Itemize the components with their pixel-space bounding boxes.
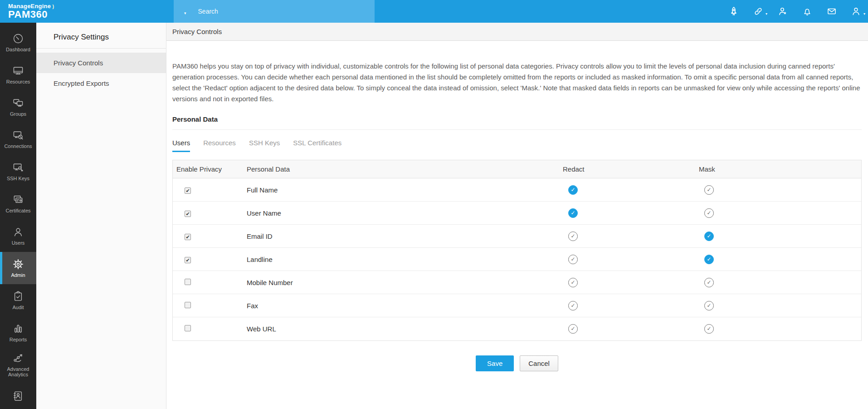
- tab-ssh-keys[interactable]: SSH Keys: [249, 139, 280, 152]
- bar-chart-icon: [12, 323, 24, 335]
- link-caret-icon: ▾: [766, 12, 767, 16]
- sidebar-item-groups[interactable]: Groups: [0, 91, 36, 123]
- panel-menu: Privacy Controls Encrypted Exports: [36, 53, 166, 94]
- panel-item-encrypted-exports[interactable]: Encrypted Exports: [36, 73, 166, 94]
- gauge-icon: [12, 33, 24, 44]
- main-content: Privacy Controls PAM360 helps you stay o…: [166, 23, 868, 409]
- tab-ssl-certificates[interactable]: SSL Certificates: [293, 139, 341, 152]
- mask-option[interactable]: ✓: [704, 324, 714, 334]
- table-row: ✔Email ID✓✓: [173, 225, 861, 248]
- sidebar-item-ssh-keys[interactable]: SSH Keys: [0, 155, 36, 187]
- table-row: Mobile Number✓✓: [173, 271, 861, 294]
- col-mask: Mask: [699, 165, 861, 173]
- link-icon[interactable]: ▾: [753, 6, 764, 17]
- table-row: Web URL✓✓: [173, 317, 861, 340]
- certificate-cards-icon: [12, 194, 24, 206]
- sidebar-item-certificates[interactable]: Certificates: [0, 187, 36, 220]
- redact-option[interactable]: ✓: [568, 255, 578, 264]
- sidebar-item-advanced-analytics[interactable]: Advanced Analytics: [0, 349, 36, 381]
- sidebar-item-address-book[interactable]: [0, 381, 36, 409]
- section-divider: [172, 129, 862, 130]
- col-redact: Redact: [563, 165, 699, 173]
- table-row: ✔Landline✓✓: [173, 248, 861, 271]
- personal-data-label: Email ID: [243, 232, 563, 240]
- top-bar: ManageEngine PAM360 ▾ Search ▾ ▾: [0, 0, 868, 23]
- personal-data-label: User Name: [243, 209, 563, 217]
- mask-option[interactable]: ✓: [704, 255, 714, 264]
- gear-icon: [12, 258, 24, 270]
- col-personal-data: Personal Data: [243, 165, 563, 173]
- enable-privacy-checkbox[interactable]: ✔: [185, 187, 191, 194]
- mask-option[interactable]: ✓: [704, 301, 714, 310]
- mask-option[interactable]: ✓: [704, 185, 714, 195]
- sidebar-item-reports[interactable]: Reports: [0, 316, 36, 349]
- enable-privacy-checkbox[interactable]: [185, 302, 191, 308]
- profile-icon[interactable]: ▾: [851, 6, 862, 17]
- personal-data-label: Fax: [243, 302, 563, 310]
- enable-privacy-checkbox[interactable]: [185, 325, 191, 331]
- monitors-group-icon: [12, 97, 24, 109]
- profile-caret-icon: ▾: [863, 12, 865, 16]
- save-button[interactable]: Save: [476, 355, 514, 371]
- rocket-icon[interactable]: [728, 6, 739, 17]
- monitor-key-icon: [12, 162, 24, 173]
- cancel-button[interactable]: Cancel: [520, 355, 558, 371]
- privacy-table: Enable Privacy Personal Data Redact Mask…: [172, 160, 862, 341]
- redact-option[interactable]: ✓: [568, 301, 578, 310]
- bell-icon[interactable]: [802, 6, 813, 17]
- sidebar-item-users[interactable]: Users: [0, 220, 36, 252]
- monitor-dish-icon: [12, 129, 24, 141]
- mail-icon[interactable]: [826, 6, 837, 17]
- table-row: ✔Full Name✓✓: [173, 178, 861, 202]
- sidebar-item-admin[interactable]: Admin: [0, 252, 36, 284]
- sidebar-item-resources[interactable]: Resources: [0, 59, 36, 91]
- monitor-icon: [12, 65, 24, 77]
- brand-product: PAM360: [8, 9, 174, 20]
- action-buttons: Save Cancel: [172, 355, 862, 371]
- personal-data-label: Web URL: [243, 325, 563, 333]
- clipboard-check-icon: [12, 291, 24, 302]
- panel-title: Privacy Settings: [36, 23, 166, 49]
- mask-option[interactable]: ✓: [704, 208, 714, 218]
- table-row: Fax✓✓: [173, 294, 861, 317]
- search-icon: ▾: [184, 7, 186, 15]
- section-title: Personal Data: [172, 115, 862, 123]
- enable-privacy-checkbox[interactable]: ✔: [185, 257, 191, 263]
- mask-option[interactable]: ✓: [704, 232, 714, 241]
- col-enable-privacy: Enable Privacy: [173, 165, 243, 173]
- settings-panel: Privacy Settings Privacy Controls Encryp…: [36, 23, 166, 409]
- person-icon: [12, 226, 24, 238]
- personal-data-label: Mobile Number: [243, 279, 563, 286]
- search-placeholder: Search: [198, 8, 218, 15]
- sidebar-item-connections[interactable]: Connections: [0, 123, 36, 155]
- tab-users[interactable]: Users: [172, 139, 190, 152]
- table-row: ✔User Name✓✓: [173, 202, 861, 225]
- redact-option[interactable]: ✓: [568, 232, 578, 241]
- category-tabs: Users Resources SSH Keys SSL Certificate…: [172, 139, 862, 152]
- personal-data-label: Full Name: [243, 186, 563, 194]
- redact-option[interactable]: ✓: [568, 185, 578, 195]
- sidebar-item-audit[interactable]: Audit: [0, 284, 36, 316]
- redact-option[interactable]: ✓: [568, 208, 578, 218]
- topbar-icons: ▾ ▾: [728, 0, 862, 23]
- personal-data-label: Landline: [243, 256, 563, 263]
- redact-option[interactable]: ✓: [568, 324, 578, 334]
- panel-item-privacy-controls[interactable]: Privacy Controls: [36, 53, 166, 73]
- tab-resources[interactable]: Resources: [203, 139, 236, 152]
- enable-privacy-checkbox[interactable]: ✔: [185, 234, 191, 240]
- privacy-description: PAM360 helps you stay on top of privacy …: [172, 61, 862, 104]
- scatter-arrow-icon: [12, 352, 24, 364]
- table-header-row: Enable Privacy Personal Data Redact Mask: [173, 160, 861, 178]
- redact-option[interactable]: ✓: [568, 278, 578, 287]
- sidebar-item-dashboard[interactable]: Dashboard: [0, 26, 36, 59]
- search-input[interactable]: ▾ Search: [174, 0, 375, 23]
- enable-privacy-checkbox[interactable]: ✔: [185, 211, 191, 217]
- brand-logo: ManageEngine PAM360: [0, 3, 174, 20]
- page-title: Privacy Controls: [166, 23, 868, 41]
- address-book-icon: [12, 390, 24, 402]
- search-caret-icon: ▾: [184, 11, 186, 15]
- user-star-icon[interactable]: [777, 6, 788, 17]
- left-sidebar: Dashboard Resources Groups Connections S…: [0, 23, 36, 409]
- mask-option[interactable]: ✓: [704, 278, 714, 287]
- enable-privacy-checkbox[interactable]: [185, 279, 191, 285]
